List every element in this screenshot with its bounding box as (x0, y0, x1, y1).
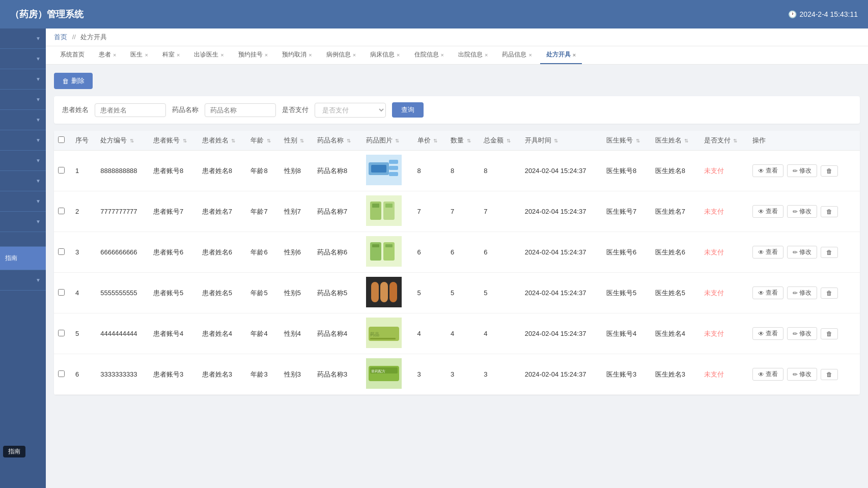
tab-close-department[interactable]: × (177, 52, 180, 58)
tab-system-home[interactable]: 系统首页 (54, 46, 91, 64)
chevron-down-icon-2: ▼ (36, 76, 41, 82)
sidebar-item-0[interactable]: ▼ (0, 28, 46, 49)
sidebar-item-6[interactable]: ▼ (0, 151, 46, 171)
sort-icon-open-time[interactable]: ⇅ (554, 138, 558, 143)
view-button-4[interactable]: 👁 查看 (752, 327, 783, 340)
sidebar-item-5[interactable]: ▼ (0, 130, 46, 151)
view-button-5[interactable]: 👁 查看 (752, 368, 783, 381)
select-all-checkbox[interactable] (58, 136, 65, 143)
cell-doctor-name-5: 医生姓名3 (651, 354, 700, 395)
tab-label-drug-info: 药品信息 (502, 50, 526, 59)
sort-icon-patient-name[interactable]: ⇅ (231, 138, 235, 143)
sort-icon-unit-price[interactable]: ⇅ (433, 138, 437, 143)
sidebar-item-8[interactable]: ▼ (0, 191, 46, 212)
th-drug-name: 药品名称 ⇅ (313, 131, 362, 151)
patient-name-input[interactable] (95, 103, 166, 117)
tab-patient[interactable]: 患者 × (93, 46, 122, 64)
del-button-2[interactable]: 🗑 (821, 247, 838, 258)
row-checkbox-3[interactable] (58, 289, 65, 296)
svg-text:药品: 药品 (370, 332, 379, 337)
edit-button-4[interactable]: ✏ 修改 (787, 327, 817, 340)
tab-inpatient-info[interactable]: 住院信息 × (408, 46, 450, 64)
sort-icon-total[interactable]: ⇅ (507, 138, 511, 143)
sidebar-item-7[interactable]: ▼ (0, 171, 46, 191)
cell-age-3: 年龄5 (246, 273, 279, 313)
view-button-0[interactable]: 👁 查看 (752, 164, 783, 177)
row-checkbox-4[interactable] (58, 330, 65, 336)
cell-doctor-account-0: 医生账号8 (602, 151, 651, 191)
edit-button-1[interactable]: ✏ 修改 (787, 205, 817, 218)
sort-icon-doctor-account[interactable]: ⇅ (636, 138, 640, 143)
status-badge-0: 未支付 (704, 167, 724, 175)
tab-close-doctor[interactable]: × (145, 52, 148, 58)
search-button[interactable]: 查询 (392, 102, 424, 118)
sidebar-item-10[interactable] (0, 232, 46, 247)
sort-icon-gender[interactable]: ⇅ (300, 138, 304, 143)
del-button-3[interactable]: 🗑 (821, 288, 838, 299)
del-icon-1: 🗑 (826, 208, 832, 215)
tab-close-prescription[interactable]: × (573, 52, 576, 58)
tab-bed-info[interactable]: 病床信息 × (364, 46, 406, 64)
edit-button-0[interactable]: ✏ 修改 (787, 164, 817, 177)
cell-prescription-no-4: 4444444444 (96, 313, 149, 354)
sidebar-item-2[interactable]: ▼ (0, 69, 46, 90)
sort-icon-drug-name[interactable]: ⇅ (347, 138, 351, 143)
row-checkbox-0[interactable] (58, 167, 65, 174)
tab-close-bed-info[interactable]: × (397, 52, 400, 58)
tab-department[interactable]: 科室 × (156, 46, 186, 64)
sort-icon-age[interactable]: ⇅ (267, 138, 271, 143)
tab-close-case-info[interactable]: × (353, 52, 356, 58)
tab-close-cancel-appointment[interactable]: × (309, 52, 312, 58)
row-checkbox-2[interactable] (58, 248, 65, 255)
sort-icon-prescription-no[interactable]: ⇅ (130, 138, 134, 143)
cell-quantity-4: 4 (446, 313, 480, 354)
edit-button-2[interactable]: ✏ 修改 (787, 246, 817, 259)
tab-close-patient[interactable]: × (113, 52, 116, 58)
breadcrumb-home[interactable]: 首页 (54, 33, 67, 41)
view-button-1[interactable]: 👁 查看 (752, 205, 783, 218)
sidebar-item-guide[interactable]: 指南 (0, 247, 46, 270)
delete-button[interactable]: 🗑 删除 (54, 73, 93, 89)
row-checkbox-5[interactable] (58, 370, 65, 377)
cell-unit-price-5: 3 (413, 354, 446, 395)
del-button-5[interactable]: 🗑 (821, 369, 838, 380)
chevron-down-icon-5: ▼ (36, 137, 41, 143)
edit-button-5[interactable]: ✏ 修改 (787, 368, 817, 381)
del-button-4[interactable]: 🗑 (821, 328, 838, 339)
tab-cancel-appointment[interactable]: 预约取消 × (276, 46, 318, 64)
tab-close-appointment[interactable]: × (265, 52, 268, 58)
sort-icon-doctor-name[interactable]: ⇅ (684, 138, 688, 143)
tab-close-discharge-info[interactable]: × (485, 52, 488, 58)
tab-discharge-info[interactable]: 出院信息 × (452, 46, 494, 64)
sidebar-item-1[interactable]: ▼ (0, 49, 46, 69)
sidebar-item-12[interactable]: ▼ (0, 270, 46, 291)
view-button-3[interactable]: 👁 查看 (752, 286, 783, 299)
view-button-2[interactable]: 👁 查看 (752, 246, 783, 259)
tab-appointment[interactable]: 预约挂号 × (232, 46, 274, 64)
tab-close-attending-doctor[interactable]: × (220, 52, 223, 58)
tab-close-inpatient-info[interactable]: × (441, 52, 444, 58)
sidebar-item-4[interactable]: ▼ (0, 110, 46, 130)
edit-button-3[interactable]: ✏ 修改 (787, 286, 817, 299)
sort-icon-is-paid[interactable]: ⇅ (733, 138, 737, 143)
sidebar-item-3[interactable]: ▼ (0, 90, 46, 110)
tab-attending-doctor[interactable]: 出诊医生 × (188, 46, 230, 64)
drug-name-input[interactable] (205, 103, 276, 117)
del-button-1[interactable]: 🗑 (821, 206, 838, 217)
sort-icon-patient-account[interactable]: ⇅ (183, 138, 187, 143)
del-button-0[interactable]: 🗑 (821, 165, 838, 177)
tab-drug-info[interactable]: 药品信息 × (496, 46, 538, 64)
tab-prescription[interactable]: 处方开具 × (540, 46, 582, 64)
cell-drug-image-2 (362, 232, 413, 273)
cell-age-2: 年龄6 (246, 232, 279, 273)
tab-close-drug-info[interactable]: × (528, 52, 531, 58)
tab-label-department: 科室 (162, 50, 175, 59)
row-checkbox-1[interactable] (58, 208, 65, 214)
sort-icon-quantity[interactable]: ⇅ (467, 138, 471, 143)
payment-select[interactable]: 是否支付 已支付 未支付 (315, 103, 386, 118)
sidebar-item-9[interactable]: ▼ (0, 212, 46, 232)
sort-icon-drug-image[interactable]: ⇅ (395, 138, 399, 143)
tab-case-info[interactable]: 病例信息 × (320, 46, 362, 64)
th-unit-price: 单价 ⇅ (413, 131, 446, 151)
tab-doctor[interactable]: 医生 × (124, 46, 154, 64)
